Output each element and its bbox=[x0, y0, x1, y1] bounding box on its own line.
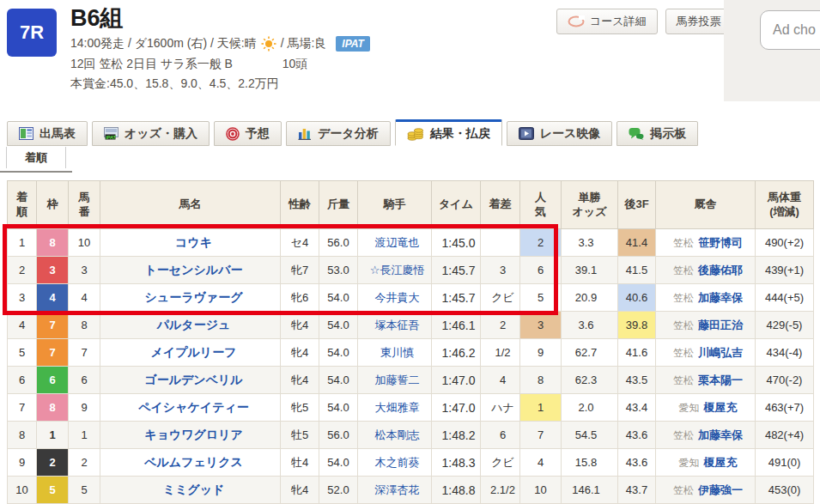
betting-button[interactable]: 馬券投票 bbox=[665, 9, 732, 34]
load-weight-cell: 54.0 bbox=[319, 394, 358, 422]
sex-age-cell: 牝4 bbox=[281, 367, 319, 394]
tab-data-analysis[interactable]: データ分析 bbox=[286, 121, 391, 146]
jockey-link[interactable]: 渡辺竜也 bbox=[375, 236, 420, 249]
tab-results-payout[interactable]: 結果・払戻 bbox=[395, 119, 502, 146]
horse-link[interactable]: ゴールデンベリル bbox=[144, 373, 242, 386]
tab-odds-purchase[interactable]: IPAT オッズ・購入 bbox=[92, 121, 210, 146]
frame-number-cell: 1 bbox=[37, 422, 69, 449]
table-row: 233トーセンシルバー牝753.0☆長江慶悟1:45.73639.141.5笠松… bbox=[8, 257, 814, 284]
course-detail-button[interactable]: コース詳細 bbox=[556, 9, 658, 34]
stable-cell: 愛知榎屋充 bbox=[656, 449, 756, 477]
sub-tab-bar: 着順 bbox=[0, 147, 72, 173]
time-cell: 1:47.0 bbox=[432, 394, 481, 422]
column-header: 厩舎 bbox=[656, 181, 756, 229]
last-3f-cell: 43.6 bbox=[618, 449, 656, 477]
column-header: 馬 番 bbox=[69, 181, 100, 229]
time-cell: 1:46.1 bbox=[432, 312, 481, 339]
stable-area-label: 笠松 bbox=[673, 319, 694, 331]
jockey-link[interactable]: ☆長江慶悟 bbox=[370, 264, 425, 276]
ad-choices-button[interactable]: Ad cho bbox=[760, 10, 820, 50]
horse-link[interactable]: トーセンシルバー bbox=[145, 263, 243, 276]
jockey-cell: 渡辺竜也 bbox=[358, 229, 432, 257]
tab-label: レース映像 bbox=[540, 126, 601, 142]
trainer-link[interactable]: 加藤幸保 bbox=[698, 291, 743, 304]
load-weight-cell: 53.0 bbox=[319, 257, 358, 284]
jockey-link[interactable]: 深澤杏花 bbox=[375, 483, 420, 496]
jockey-link[interactable]: 松本剛志 bbox=[375, 428, 420, 441]
ad-panel: Ad cho bbox=[724, 0, 820, 101]
horse-number-cell: 10 bbox=[69, 229, 100, 257]
trainer-link[interactable]: 栗本陽一 bbox=[698, 373, 743, 386]
horse-link[interactable]: ペイシャケイティー bbox=[138, 400, 249, 414]
stable-cell: 笠松後藤佑耶 bbox=[656, 257, 756, 284]
load-weight-cell: 54.0 bbox=[319, 367, 358, 394]
horse-link[interactable]: コウキ bbox=[175, 235, 212, 249]
page-title: B6組 bbox=[70, 3, 370, 33]
stable-area-label: 笠松 bbox=[673, 347, 694, 359]
horse-link[interactable]: パルタージュ bbox=[157, 318, 231, 331]
horse-weight-cell: 491(0) bbox=[756, 449, 814, 477]
horse-link[interactable]: シューラヴァーグ bbox=[145, 290, 243, 304]
frame-number-cell: 3 bbox=[37, 257, 69, 284]
stable-area-label: 笠松 bbox=[673, 374, 694, 386]
horse-link[interactable]: ミミグッド bbox=[163, 483, 225, 496]
finish-position-cell: 2 bbox=[8, 257, 37, 284]
win-odds-cell: 15.8 bbox=[562, 449, 618, 477]
tab-bbs[interactable]: 掲示板 bbox=[617, 121, 698, 146]
jockey-link[interactable]: 木之前葵 bbox=[375, 456, 420, 469]
trainer-link[interactable]: 加藤幸保 bbox=[698, 428, 743, 441]
horse-link[interactable]: ベルムフェリクス bbox=[144, 455, 243, 469]
win-odds-cell: 39.1 bbox=[562, 257, 618, 284]
jockey-link[interactable]: 加藤誓二 bbox=[375, 373, 420, 386]
stable-cell: 愛知榎屋充 bbox=[656, 394, 756, 422]
column-header: 馬名 bbox=[100, 181, 281, 229]
jockey-link[interactable]: 東川慎 bbox=[380, 346, 414, 359]
stable-area-label: 笠松 bbox=[673, 264, 694, 276]
tab-forecast[interactable]: 予想 bbox=[214, 121, 282, 146]
finish-position-cell: 8 bbox=[8, 422, 37, 449]
head-count: 10頭 bbox=[282, 57, 308, 70]
horse-number-cell: 7 bbox=[69, 339, 100, 367]
trainer-link[interactable]: 笹野博司 bbox=[698, 236, 743, 249]
horse-name-cell: トーセンシルバー bbox=[100, 257, 281, 284]
jockey-link[interactable]: 今井貴大 bbox=[375, 291, 420, 304]
frame-number-cell: 6 bbox=[37, 367, 69, 394]
table-row: 811キョウワグロリア牡556.0松本剛志1:48.26754.543.6笠松加… bbox=[8, 422, 814, 449]
column-header: 性齢 bbox=[281, 181, 319, 229]
trainer-link[interactable]: 藤田正治 bbox=[698, 319, 743, 331]
column-header: 馬体重 (増減) bbox=[756, 181, 814, 229]
betting-label: 馬券投票 bbox=[677, 14, 721, 29]
tab-entry-table[interactable]: 出馬表 bbox=[7, 121, 88, 146]
stable-cell: 笠松藤田正治 bbox=[656, 312, 756, 339]
tab-race-video[interactable]: レース映像 bbox=[507, 121, 613, 146]
sex-age-cell: 牡5 bbox=[281, 422, 319, 449]
horse-link[interactable]: キョウワグロリア bbox=[144, 428, 243, 441]
finish-position-cell: 6 bbox=[8, 367, 37, 394]
margin-cell: 2 bbox=[481, 312, 520, 339]
sex-age-cell: 牝4 bbox=[281, 339, 319, 367]
margin-cell: クビ bbox=[481, 449, 520, 477]
sub-tab-finish-order[interactable]: 着順 bbox=[6, 147, 66, 168]
jockey-cell: 大畑雅章 bbox=[358, 394, 432, 422]
horse-weight-cell: 439(+1) bbox=[756, 257, 814, 284]
jockey-link[interactable]: 塚本征吾 bbox=[375, 319, 420, 331]
stable-cell: 笠松加藤幸保 bbox=[656, 422, 756, 449]
header-buttons: コース詳細 馬券投票 bbox=[556, 9, 732, 34]
jockey-cell: ☆長江慶悟 bbox=[358, 257, 432, 284]
horse-weight-cell: 463(+7) bbox=[756, 394, 814, 422]
jockey-link[interactable]: 大畑雅章 bbox=[375, 401, 420, 414]
trainer-link[interactable]: 後藤佑耶 bbox=[698, 264, 743, 276]
column-header: 単勝 オッズ bbox=[562, 181, 618, 229]
time-cell: 1:48.8 bbox=[432, 477, 481, 504]
trainer-link[interactable]: 川嶋弘吉 bbox=[698, 346, 743, 359]
jockey-cell: 松本剛志 bbox=[358, 422, 432, 449]
trainer-link[interactable]: 榎屋充 bbox=[704, 456, 738, 469]
tab-label: 出馬表 bbox=[39, 126, 76, 142]
trainer-link[interactable]: 伊藤強一 bbox=[698, 483, 743, 496]
time-cell: 1:45.0 bbox=[432, 229, 481, 257]
video-icon bbox=[519, 127, 534, 140]
jockey-cell: 塚本征吾 bbox=[358, 312, 432, 339]
sun-icon bbox=[261, 36, 276, 52]
horse-link[interactable]: メイプルリーフ bbox=[151, 345, 237, 359]
trainer-link[interactable]: 榎屋充 bbox=[704, 401, 738, 414]
